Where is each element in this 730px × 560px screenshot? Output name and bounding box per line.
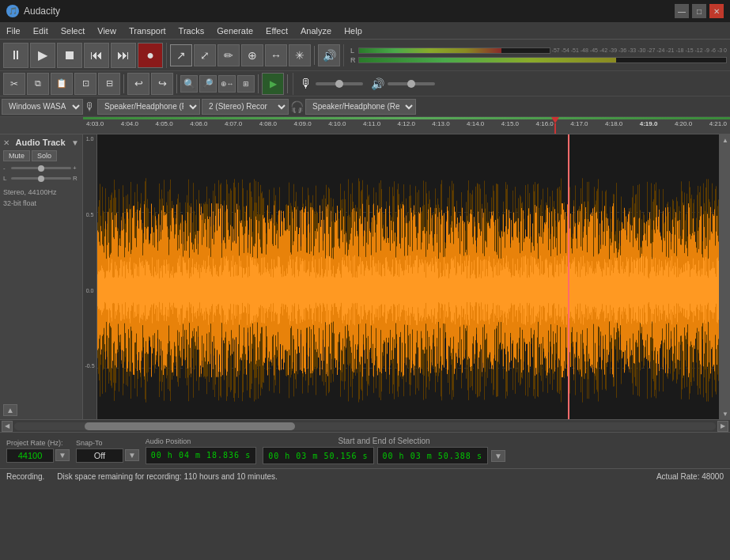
project-rate-dropdown[interactable]: ▼ [55,449,70,461]
ruler-mark-15: 4:17.0 [570,120,588,127]
track-name-label: Audio Track [16,138,66,147]
zoom-fit-button[interactable]: ⊞ [237,75,255,93]
selection-start-display[interactable]: 00 h 03 m 50.156 s [263,447,373,464]
actual-rate-status: Actual Rate: 48000 [656,472,724,481]
play-green-button[interactable]: ▶ [262,73,284,95]
hscroll-track[interactable] [14,422,716,430]
menu-analyze[interactable]: Analyze [294,25,338,37]
input-gain-slider[interactable] [316,82,363,85]
status-bar: Recording. Disk space remaining for reco… [0,468,730,484]
horizontal-scrollbar[interactable]: ◀ ▶ [0,419,730,432]
menu-file[interactable]: File [0,25,27,37]
skip-back-button[interactable]: ⏮ [84,43,109,68]
menu-generate[interactable]: Generate [210,25,259,37]
window-controls: — □ ✕ [675,4,724,18]
audio-position-display[interactable]: 00 h 04 m 18.836 s [146,447,256,464]
ruler-mark-11: 4:13.0 [432,120,449,127]
pause-button[interactable]: ⏸ [3,43,28,68]
top-waveform-canvas [97,134,719,419]
scale-0-0: 0.0 [83,288,96,293]
input-device-select[interactable]: Speaker/Headphone (Realt [97,99,200,115]
menu-transport[interactable]: Transport [123,25,172,37]
ruler-mark-8: 4:10.0 [328,120,346,127]
zoom-in-button[interactable]: 🔍 [180,75,198,93]
track-menu-button[interactable]: ▼ [71,138,79,147]
scale-neg-0-5: -0.5 [83,363,96,369]
host-select[interactable]: Windows WASA [2,99,83,115]
menu-edit[interactable]: Edit [27,25,55,37]
gain-max-label: + [73,165,79,172]
minimize-button[interactable]: — [675,4,689,18]
vscroll-track[interactable] [720,146,730,408]
menu-effect[interactable]: Effect [259,25,294,37]
paste-button[interactable]: 📋 [51,73,73,95]
snap-to-dropdown[interactable]: ▼ [125,449,139,461]
project-rate-label: Project Rate (Hz): [6,439,70,447]
vscroll-down-button[interactable]: ▼ [720,408,730,419]
ruler-mark-9: 4:11.0 [363,120,380,127]
pan-slider[interactable] [11,177,71,180]
menu-view[interactable]: View [91,25,123,37]
track-info-2: 32-bit float [3,199,79,207]
timeshift-tool-button[interactable]: ↔ [265,44,287,66]
record-button[interactable]: ● [138,43,163,68]
ruler-mark-7: 4:09.0 [293,120,311,127]
output-gain-slider[interactable] [388,82,435,85]
ruler-mark-12: 4:14.0 [467,120,484,127]
select-tool-button[interactable]: ↗ [170,44,192,66]
ruler-mark-10: 4:12.0 [398,120,415,127]
menu-tracks[interactable]: Tracks [172,25,211,37]
zoom-out-button[interactable]: 🔎 [199,75,217,93]
meter-scale: -57 -54 -51 -48 -45 -42 -39 -36 -33 -30 … [552,47,727,53]
project-rate-input[interactable]: 44100 [6,448,54,463]
main-track-area: ✕ Audio Track ▼ Mute Solo - + L R Stereo… [0,134,730,419]
hscroll-left-button[interactable]: ◀ [2,421,13,432]
hscroll-right-button[interactable]: ▶ [717,421,728,432]
solo-button[interactable]: Solo [32,150,57,161]
close-button[interactable]: ✕ [709,4,724,18]
app-icon: 🎵 [6,5,19,17]
speaker-button[interactable]: 🔊 [318,44,340,66]
snap-to-input[interactable]: Off [76,448,123,463]
scale-1-0: 1.0 [83,136,96,142]
silence-button[interactable]: ⊟ [98,73,120,95]
envelope-tool-button[interactable]: ⤢ [194,44,216,66]
ruler-mark-18: 4:20.0 [675,120,692,127]
track-close-button[interactable]: ✕ [3,138,9,147]
toolbar-separator [314,46,315,65]
playhead-marker[interactable] [551,117,559,134]
timeline-ruler[interactable]: 4:03.0 4:04.0 4:05.0 4:06.0 4:07.0 4:08.… [0,117,730,134]
undo-button[interactable]: ↩ [127,73,149,95]
speaker-icon: 🔊 [371,78,384,90]
zoom-tool-button[interactable]: ⊕ [241,44,263,66]
selection-end-display[interactable]: 00 h 03 m 50.388 s [377,447,488,464]
zoom-sel-button[interactable]: ⊕↔ [218,75,236,93]
vscroll-up-button[interactable]: ▲ [720,134,730,146]
vertical-scrollbar[interactable]: ▲ ▼ [719,134,730,419]
hscroll-thumb[interactable] [85,422,295,430]
copy-button[interactable]: ⧉ [27,73,49,95]
menu-select[interactable]: Select [55,25,92,37]
draw-tool-button[interactable]: ✏ [217,44,240,66]
ruler-mark-5: 4:07.0 [225,120,242,127]
stop-button[interactable]: ⏹ [57,43,82,68]
selection-type-dropdown[interactable]: ▼ [491,450,505,462]
menu-help[interactable]: Help [338,25,369,37]
audio-position-group: Audio Position 00 h 04 m 18.836 s [146,437,256,464]
multi-tool-button[interactable]: ✳ [289,44,311,66]
play-button[interactable]: ▶ [30,43,55,68]
mute-button[interactable]: Mute [3,150,30,161]
maximize-button[interactable]: □ [692,4,706,18]
cut-button[interactable]: ✂ [3,73,25,95]
gain-slider-row: - + [3,165,79,172]
gain-slider[interactable] [11,167,71,169]
disk-space-status: Disk space remaining for recording: 110 … [57,472,656,481]
r-meter-bar [358,57,727,63]
redo-button[interactable]: ↪ [151,73,173,95]
output-device-select[interactable]: Speaker/Headphone (Realt [305,99,416,115]
collapse-button[interactable]: ▲ [3,404,17,416]
skip-forward-button[interactable]: ⏭ [111,43,136,68]
trim-button[interactable]: ⊡ [74,73,96,95]
track-title-row: ✕ Audio Track ▼ [3,138,79,147]
channels-select[interactable]: 2 (Stereo) Recor [202,99,289,115]
